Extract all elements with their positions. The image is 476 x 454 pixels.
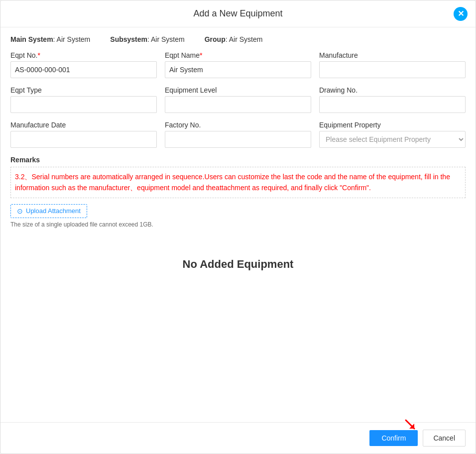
- cancel-button[interactable]: Cancel: [423, 430, 466, 447]
- eqpt-no-group: Eqpt No.*: [10, 51, 157, 78]
- manufacture-date-label: Manufacture Date: [10, 121, 157, 129]
- form-row-2: Eqpt Type Equipment Level Drawing No.: [10, 86, 466, 113]
- eqpt-name-group: Eqpt Name*: [165, 51, 311, 78]
- equipment-level-label: Equipment Level: [165, 86, 311, 94]
- eqpt-type-input[interactable]: [10, 96, 157, 113]
- drawing-no-label: Drawing No.: [319, 86, 466, 94]
- modal-title: Add a New Equipment: [193, 8, 282, 19]
- system-info: Main System: Air System Subsystem: Air S…: [10, 35, 466, 43]
- remarks-section: Remarks 3.2、Serial numbers are automatic…: [10, 156, 466, 198]
- arrow-indicator: [403, 418, 418, 434]
- modal-body: Main System: Air System Subsystem: Air S…: [0, 27, 476, 422]
- drawing-no-input[interactable]: [319, 96, 466, 113]
- eqpt-type-group: Eqpt Type: [10, 86, 157, 113]
- upload-icon: ⊙: [17, 207, 23, 215]
- no-equipment-title: No Added Equipment: [10, 258, 466, 271]
- modal-footer: Confirm Cancel: [0, 422, 476, 454]
- main-system-info: Main System: Air System: [10, 35, 90, 43]
- add-equipment-modal: Add a New Equipment ✕ Main System: Air S…: [0, 0, 476, 454]
- factory-no-group: Factory No.: [165, 121, 311, 148]
- group-info: Group: Air System: [205, 35, 263, 43]
- eqpt-name-label: Eqpt Name*: [165, 51, 311, 59]
- file-size-note: The size of a single uploaded file canno…: [10, 221, 466, 228]
- factory-no-label: Factory No.: [165, 121, 311, 129]
- equipment-level-input[interactable]: [165, 96, 311, 113]
- drawing-no-group: Drawing No.: [319, 86, 466, 113]
- equipment-level-group: Equipment Level: [165, 86, 311, 113]
- upload-attachment-button[interactable]: ⊙ Upload Attachment: [10, 204, 87, 218]
- form-row-1: Eqpt No.* Eqpt Name* Manufacture: [10, 51, 466, 78]
- subsystem-info: Subsystem: Air System: [110, 35, 184, 43]
- equipment-property-select[interactable]: Please select Equipment Property: [319, 131, 466, 148]
- form-row-3: Manufacture Date Factory No. Equipment P…: [10, 121, 466, 148]
- close-button[interactable]: ✕: [454, 7, 468, 21]
- remarks-label: Remarks: [10, 156, 466, 164]
- manufacture-label: Manufacture: [319, 51, 466, 59]
- upload-section: ⊙ Upload Attachment The size of a single…: [10, 204, 466, 228]
- eqpt-name-input[interactable]: [165, 61, 311, 78]
- eqpt-type-label: Eqpt Type: [10, 86, 157, 94]
- equipment-property-label: Equipment Property: [319, 121, 466, 129]
- factory-no-input[interactable]: [165, 131, 311, 148]
- eqpt-no-input[interactable]: [10, 61, 157, 78]
- manufacture-group: Manufacture: [319, 51, 466, 78]
- arrow-icon: [403, 418, 418, 433]
- manufacture-date-input[interactable]: [10, 131, 157, 148]
- eqpt-no-label: Eqpt No.*: [10, 51, 157, 59]
- equipment-property-group: Equipment Property Please select Equipme…: [319, 121, 466, 148]
- modal-header: Add a New Equipment ✕: [0, 0, 476, 27]
- manufacture-date-group: Manufacture Date: [10, 121, 157, 148]
- manufacture-input[interactable]: [319, 61, 466, 78]
- no-equipment-section: No Added Equipment: [10, 228, 466, 291]
- remarks-text: 3.2、Serial numbers are automatically arr…: [10, 167, 466, 198]
